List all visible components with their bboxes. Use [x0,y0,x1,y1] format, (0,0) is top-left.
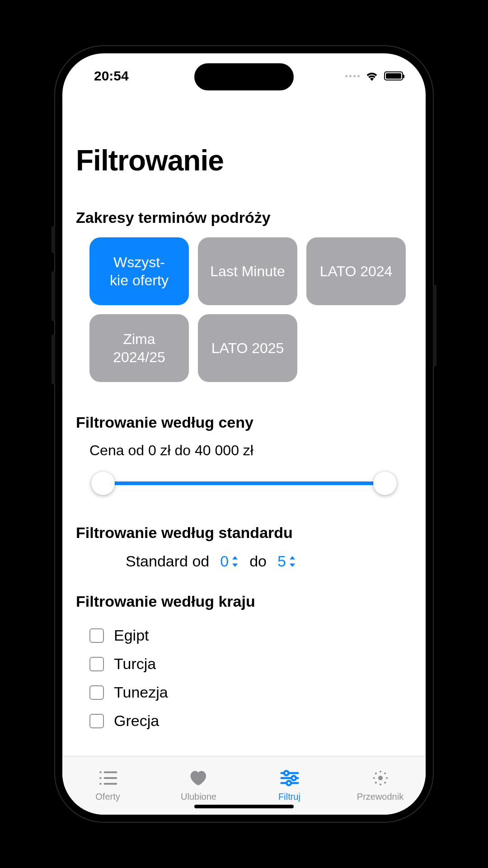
section-date-heading: Zakresy terminów podróży [76,209,412,226]
svg-point-14 [379,783,381,785]
svg-point-20 [384,782,386,783]
svg-point-12 [378,775,382,780]
country-item-tunezja[interactable]: Tunezja [89,678,412,707]
dynamic-island [194,63,294,90]
standard-from-stepper[interactable]: 0 [220,552,239,570]
slider-thumb-min[interactable] [91,472,115,495]
tab-label: Ulubione [181,792,216,802]
chevron-up-down-icon [231,556,239,567]
standard-row: Standard od 0 do 5 [76,552,412,570]
heart-icon [189,769,209,789]
svg-point-9 [291,776,296,780]
standard-to-stepper[interactable]: 5 [277,552,296,570]
section-price-heading: Filtrowanie według ceny [76,414,412,431]
svg-point-7 [284,771,288,775]
home-indicator[interactable] [194,805,294,808]
country-item-turcja[interactable]: Turcja [89,650,412,678]
svg-point-13 [379,770,381,772]
phone-frame: 20:54 Filtrowanie Zakresy terminów podró… [54,45,434,823]
country-list: Egipt Turcja Tunezja Grecja [76,621,412,735]
tab-label: Przewodnik [357,792,404,802]
cellular-dots-icon [345,75,360,77]
checkbox[interactable] [89,685,104,700]
volume-up-button [52,271,55,321]
tab-label: Filtruj [278,792,300,802]
svg-point-11 [286,781,291,785]
svg-point-4 [99,783,101,784]
chip-label: LATO 2024 [320,262,393,280]
country-label: Egipt [114,627,149,644]
svg-point-16 [386,777,388,778]
chevron-up-down-icon [289,556,296,567]
chip-label: LATO 2025 [211,339,284,357]
chip-label: Zima 2024/25 [96,330,183,366]
country-item-grecja[interactable]: Grecja [89,707,412,735]
chip-zima-2024-25[interactable]: Zima 2024/25 [89,314,189,382]
slider-thumb-max[interactable] [373,472,397,495]
screen: 20:54 Filtrowanie Zakresy terminów podró… [62,53,426,815]
side-button [52,226,55,253]
list-icon [98,769,118,789]
svg-point-18 [384,772,386,774]
content-scroll[interactable]: Filtrowanie Zakresy terminów podróży Wsz… [62,99,426,756]
chip-label: Last Minute [210,262,285,280]
section-country-heading: Filtrowanie według kraju [76,593,412,610]
country-label: Turcja [114,655,156,673]
chip-lato-2025[interactable]: LATO 2025 [198,314,297,382]
tab-przewodnik[interactable]: Przewodnik [335,756,426,815]
status-right [345,71,403,81]
standard-to-label: do [249,552,267,570]
wifi-icon [365,71,379,81]
sliders-icon [280,769,300,789]
price-range-slider[interactable] [94,470,394,497]
status-time: 20:54 [94,68,129,84]
chip-lato-2024[interactable]: LATO 2024 [306,237,406,305]
standard-from-label: Standard od [126,552,209,570]
svg-point-0 [99,771,101,773]
checkbox[interactable] [89,628,104,643]
section-standard-heading: Filtrowanie według standardu [76,524,412,542]
chip-last-minute[interactable]: Last Minute [198,237,297,305]
page-title: Filtrowanie [76,144,412,177]
price-range-label: Cena od 0 zł do 40 000 zł [76,442,412,459]
slider-track [94,481,394,485]
tab-label: Oferty [95,792,120,802]
tab-oferty[interactable]: Oferty [62,756,153,815]
svg-point-19 [375,782,376,783]
chip-all-offers[interactable]: Wszyst- kie oferty [89,237,189,305]
chip-label: Wszyst- kie oferty [110,253,169,289]
sun-icon [371,769,390,789]
standard-to-value: 5 [277,552,286,570]
checkbox[interactable] [89,657,104,671]
svg-point-15 [373,777,375,778]
svg-point-17 [375,772,376,774]
country-label: Grecja [114,712,159,730]
power-button [433,285,436,366]
checkbox[interactable] [89,714,104,728]
country-item-egipt[interactable]: Egipt [89,621,412,650]
standard-from-value: 0 [220,552,229,570]
volume-down-button [52,335,55,384]
date-chip-group: Wszyst- kie oferty Last Minute LATO 2024… [76,237,412,382]
country-label: Tunezja [114,684,168,701]
battery-icon [384,71,403,80]
svg-point-2 [99,777,101,778]
